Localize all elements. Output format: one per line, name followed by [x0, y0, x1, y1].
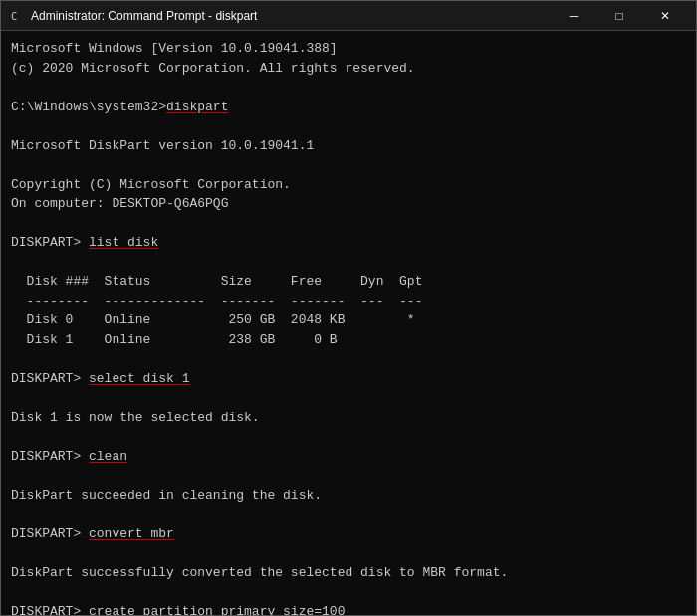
line-22: DISKPART> clean — [11, 447, 686, 467]
close-button[interactable]: ✕ — [642, 1, 688, 31]
line-24: DiskPart succeeded in cleaning the disk. — [11, 486, 686, 506]
line-14: -------- ------------- ------- ------- -… — [11, 292, 686, 311]
line-4: C:\Windows\system32>diskpart — [11, 98, 686, 117]
terminal-body[interactable]: Microsoft Windows [Version 10.0.19041.38… — [1, 31, 696, 615]
line-27 — [11, 543, 686, 563]
line-11: DISKPART> list disk — [11, 233, 686, 253]
diskpart-cmd: diskpart — [166, 100, 228, 114]
line-15: Disk 0 Online 250 GB 2048 KB * — [11, 310, 686, 330]
line-1: Microsoft Windows [Version 10.0.19041.38… — [11, 39, 686, 59]
line-6: Microsoft DiskPart version 10.0.19041.1 — [11, 136, 686, 156]
line-12 — [11, 253, 686, 273]
command-prompt-window: C Administrator: Command Prompt - diskpa… — [0, 0, 697, 616]
cmd-icon: C — [9, 8, 25, 24]
line-30: DISKPART> create partition primary size=… — [11, 602, 686, 616]
maximize-button[interactable]: □ — [596, 1, 642, 31]
line-2: (c) 2020 Microsoft Corporation. All righ… — [11, 59, 686, 79]
line-16: Disk 1 Online 238 GB 0 B — [11, 330, 686, 350]
create-partition-cmd: create partition primary size=100 — [89, 604, 345, 616]
list-disk-cmd: list disk — [89, 235, 158, 250]
line-23 — [11, 466, 686, 486]
line-18: DISKPART> select disk 1 — [11, 369, 686, 389]
line-3 — [11, 78, 686, 98]
line-17 — [11, 349, 686, 369]
line-25 — [11, 505, 686, 524]
line-5 — [11, 116, 686, 136]
line-19 — [11, 388, 686, 408]
line-8: Copyright (C) Microsoft Corporation. — [11, 175, 686, 195]
title-bar-controls: ─ □ ✕ — [551, 1, 688, 31]
select-disk-cmd: select disk 1 — [89, 371, 189, 386]
convert-mbr-cmd: convert mbr — [89, 526, 174, 541]
line-29 — [11, 582, 686, 602]
line-26: DISKPART> convert mbr — [11, 524, 686, 544]
window-title: Administrator: Command Prompt - diskpart — [31, 9, 257, 23]
line-28: DiskPart successfully converted the sele… — [11, 563, 686, 583]
line-9: On computer: DESKTOP-Q6A6PQG — [11, 194, 686, 214]
line-21 — [11, 427, 686, 447]
line-7 — [11, 155, 686, 175]
line-13: Disk ### Status Size Free Dyn Gpt — [11, 272, 686, 292]
line-10 — [11, 214, 686, 234]
line-20: Disk 1 is now the selected disk. — [11, 408, 686, 428]
clean-cmd: clean — [89, 449, 127, 464]
title-bar-left: C Administrator: Command Prompt - diskpa… — [9, 8, 257, 24]
title-bar: C Administrator: Command Prompt - diskpa… — [1, 1, 696, 31]
svg-text:C: C — [11, 10, 17, 22]
minimize-button[interactable]: ─ — [551, 1, 596, 31]
